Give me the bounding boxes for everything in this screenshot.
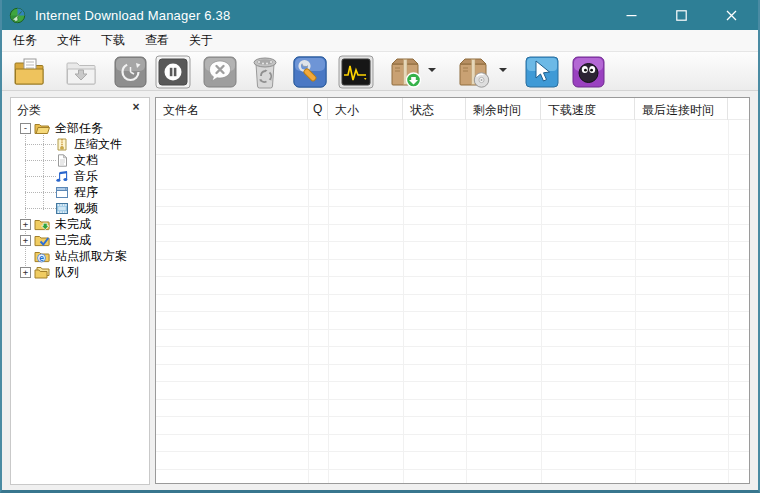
tree-item-video[interactable]: 视频 <box>11 200 149 216</box>
column-header-time-left[interactable]: 剩余时间 <box>466 98 541 120</box>
tree-item-label: 音乐 <box>74 168 98 185</box>
minimize-icon <box>626 10 637 21</box>
tree-item-label: 站点抓取方案 <box>55 248 127 265</box>
window-title: Internet Download Manager 6.38 <box>35 8 230 23</box>
maximize-button[interactable] <box>656 0 706 30</box>
categories-close-button[interactable]: × <box>129 100 143 114</box>
idm-window: Internet Download Manager 6.38 任务 文件 下载 … <box>0 0 760 493</box>
tree-item-unfinished[interactable]: + 未完成 <box>11 216 149 232</box>
scheduler-icon <box>338 55 374 89</box>
table-body-empty[interactable] <box>156 120 749 483</box>
add-url-icon <box>12 56 46 88</box>
tree-item-compressed[interactable]: 压缩文件 <box>11 136 149 152</box>
video-icon <box>55 202 69 215</box>
tree-item-grabber-projects[interactable]: e 站点抓取方案 <box>11 248 149 264</box>
collapse-box-icon[interactable]: - <box>20 123 31 134</box>
restart-icon <box>114 56 147 88</box>
tree-item-queues[interactable]: + 队列 <box>11 264 149 280</box>
folder-open-icon <box>34 122 50 135</box>
zip-file-icon <box>55 138 69 151</box>
tree-item-label: 程序 <box>74 184 98 201</box>
expand-box-icon[interactable]: + <box>20 219 31 230</box>
expand-box-icon[interactable]: + <box>20 267 31 278</box>
maximize-icon <box>676 10 687 21</box>
delete-all-completed-button[interactable] <box>246 55 284 89</box>
folder-finished-icon <box>34 234 50 247</box>
grabber-projects-icon: e <box>34 250 50 263</box>
column-header-filler <box>728 98 749 120</box>
tree-connector <box>25 192 56 193</box>
grabber-button[interactable] <box>523 55 561 89</box>
scheduler-button[interactable] <box>337 55 375 89</box>
menu-downloads[interactable]: 下载 <box>91 29 135 52</box>
tree-item-label: 压缩文件 <box>74 136 122 153</box>
grid-line <box>308 120 309 483</box>
menu-tasks[interactable]: 任务 <box>3 29 47 52</box>
grid-line <box>728 120 729 483</box>
tree-item-programs[interactable]: 程序 <box>11 184 149 200</box>
start-queue-button[interactable] <box>386 55 424 89</box>
category-tree: - 全部任务 压缩文件 <box>11 120 149 280</box>
tree-connector <box>25 176 56 177</box>
options-button[interactable] <box>291 55 329 89</box>
grabber-icon <box>525 56 559 88</box>
program-icon <box>55 186 69 199</box>
menu-file[interactable]: 文件 <box>47 29 91 52</box>
column-header-size[interactable]: 大小 <box>328 98 403 120</box>
tree-connector <box>25 160 56 161</box>
tree-item-label: 队列 <box>55 264 79 281</box>
grid-line <box>328 120 329 483</box>
table-header-row: 文件名 Q 大小 状态 剩余时间 下载速度 最后连接时间 <box>156 98 749 120</box>
titlebar[interactable]: Internet Download Manager 6.38 <box>0 0 760 30</box>
column-header-filename[interactable]: 文件名 <box>156 98 308 120</box>
document-icon <box>55 154 69 167</box>
stop-all-button[interactable] <box>201 55 239 89</box>
close-icon <box>726 10 737 21</box>
menu-about[interactable]: 关于 <box>179 29 223 52</box>
stop-queue-button[interactable] <box>454 55 492 89</box>
stop-icon <box>155 55 191 89</box>
stop-queue-icon <box>455 56 491 89</box>
column-header-last-try[interactable]: 最后连接时间 <box>635 98 728 120</box>
minimize-button[interactable] <box>606 0 656 30</box>
column-header-status[interactable]: 状态 <box>403 98 466 120</box>
tree-item-label: 已完成 <box>55 232 91 249</box>
add-url-button[interactable] <box>10 55 48 89</box>
close-button[interactable] <box>706 0 756 30</box>
grid-line <box>403 120 404 483</box>
svg-text:e: e <box>39 253 44 263</box>
column-header-speed[interactable]: 下载速度 <box>541 98 635 120</box>
resume-button[interactable] <box>62 55 100 89</box>
queues-icon <box>34 266 50 279</box>
music-icon <box>55 170 69 183</box>
stop-queue-dropdown[interactable] <box>499 68 507 72</box>
tree-item-label: 文档 <box>74 152 98 169</box>
tree-item-label: 视频 <box>74 200 98 217</box>
menubar: 任务 文件 下载 查看 关于 <box>2 30 758 52</box>
tree-item-label: 未完成 <box>55 216 91 233</box>
tree-connector <box>25 208 56 209</box>
categories-header: 分类 × <box>11 98 149 118</box>
tell-a-friend-button[interactable] <box>569 55 607 89</box>
grid-line <box>635 120 636 483</box>
delete-all-completed-icon <box>248 56 282 89</box>
tree-item-finished[interactable]: + 已完成 <box>11 232 149 248</box>
categories-title: 分类 <box>17 103 41 117</box>
tree-item-music[interactable]: 音乐 <box>11 168 149 184</box>
restart-button[interactable] <box>111 55 149 89</box>
start-queue-icon <box>387 56 423 89</box>
tell-a-friend-icon <box>572 56 605 88</box>
tree-connector <box>25 144 56 145</box>
tree-item-all-tasks[interactable]: - 全部任务 <box>11 120 149 136</box>
stop-all-icon <box>203 56 237 88</box>
downloads-table: 文件名 Q 大小 状态 剩余时间 下载速度 最后连接时间 <box>155 97 750 484</box>
idm-logo-icon <box>9 7 26 24</box>
start-queue-dropdown[interactable] <box>428 68 436 72</box>
window-controls <box>606 0 756 30</box>
expand-box-icon[interactable]: + <box>20 235 31 246</box>
stop-button[interactable] <box>154 55 192 89</box>
menu-view[interactable]: 查看 <box>135 29 179 52</box>
column-header-queue[interactable]: Q <box>308 98 328 120</box>
tree-item-documents[interactable]: 文档 <box>11 152 149 168</box>
categories-panel: 分类 × - 全部任务 压缩文件 <box>10 97 150 485</box>
